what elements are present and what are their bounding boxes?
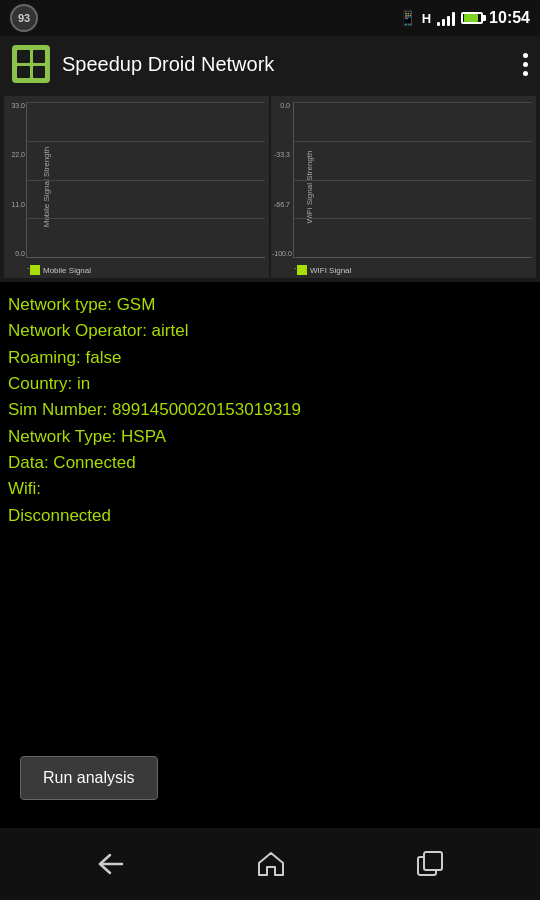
battery-icon — [461, 12, 483, 24]
mobile-y-axis: 33.0 22.0 11.0 0.0 — [7, 102, 25, 257]
app-icon — [12, 45, 50, 83]
status-left: 93 — [10, 4, 38, 32]
phone-icon: 📱 — [399, 10, 416, 26]
home-icon — [257, 850, 285, 878]
wifi-chart-inner: 0.0 -33.3 -66.7 -100.0 -1.0 — [293, 102, 532, 258]
mobile-legend-label: Mobile Signal — [43, 266, 91, 275]
recents-icon — [416, 850, 444, 878]
svg-rect-3 — [424, 852, 442, 870]
home-button[interactable] — [257, 850, 285, 878]
info-line-1: Network Operator: airtel — [8, 318, 532, 344]
info-line-8: Disconnected — [8, 503, 532, 529]
info-line-6: Data: Connected — [8, 450, 532, 476]
wifi-legend-label: WIFI Signal — [310, 266, 351, 275]
battery-percentage: 93 — [10, 4, 38, 32]
info-line-3: Country: in — [8, 371, 532, 397]
info-line-5: Network Type: HSPA — [8, 424, 532, 450]
info-line-7: Wifi: — [8, 476, 532, 502]
recents-button[interactable] — [416, 850, 444, 878]
charts-area: Mobile Signal Strength 33.0 22.0 11.0 0.… — [0, 92, 540, 282]
wifi-legend-color — [297, 265, 307, 275]
info-line-2: Roaming: false — [8, 345, 532, 371]
wifi-chart-grid — [294, 102, 532, 257]
battery-fill — [464, 14, 478, 22]
status-right: 📱 H 10:54 — [399, 9, 530, 27]
wifi-chart-legend: WIFI Signal — [297, 265, 351, 275]
mobile-legend-color — [30, 265, 40, 275]
wifi-y-axis: 0.0 -33.3 -66.7 -100.0 — [272, 102, 290, 257]
status-bar: 93 📱 H 10:54 — [0, 0, 540, 36]
mobile-chart-legend: Mobile Signal — [30, 265, 91, 275]
status-time: 10:54 — [489, 9, 530, 27]
mobile-chart-grid — [27, 102, 265, 257]
run-analysis-button[interactable]: Run analysis — [20, 756, 158, 800]
network-info-area: Network type: GSM Network Operator: airt… — [0, 282, 540, 539]
mobile-chart-inner: 33.0 22.0 11.0 0.0 -1.0 — [26, 102, 265, 258]
app-title: Speedup Droid Network — [62, 53, 511, 76]
nav-bar — [0, 828, 540, 900]
svg-marker-1 — [259, 853, 283, 875]
back-arrow-icon — [96, 851, 126, 877]
info-line-0: Network type: GSM — [8, 292, 532, 318]
back-button[interactable] — [96, 851, 126, 877]
info-line-4: Sim Number: 89914500020153019319 — [8, 397, 532, 423]
app-bar: Speedup Droid Network — [0, 36, 540, 92]
mobile-signal-chart: Mobile Signal Strength 33.0 22.0 11.0 0.… — [4, 96, 269, 278]
h-signal-icon: H — [422, 11, 431, 26]
wifi-signal-chart: WiFi Signal Strength 0.0 -33.3 -66.7 -10… — [271, 96, 536, 278]
menu-button[interactable] — [523, 53, 528, 76]
signal-bars-icon — [437, 10, 455, 26]
